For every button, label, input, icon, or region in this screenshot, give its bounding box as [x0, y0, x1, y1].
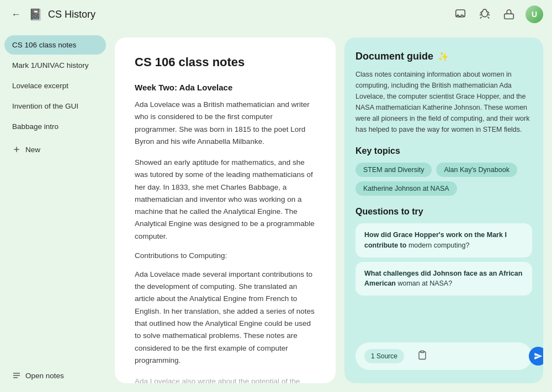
sidebar-item-mark1[interactable]: Mark 1/UNIVAC history	[4, 56, 106, 75]
new-label: New	[25, 146, 40, 154]
svg-line-3	[480, 17, 482, 19]
main-layout: CS 106 class notes Mark 1/UNIVAC history…	[0, 29, 552, 392]
svg-rect-11	[421, 351, 424, 353]
topics-row: STEM and Diversity Alan Kay's Dynabook K…	[355, 163, 532, 196]
guide-title-text: Document guide	[355, 51, 433, 62]
sidebar: CS 106 class notes Mark 1/UNIVAC history…	[0, 29, 110, 392]
input-bar: 1 Source	[355, 342, 532, 370]
topbar-left: ← 📓 CS History	[9, 7, 95, 23]
questions-section: How did Grace Hopper's work on the Mark …	[355, 223, 532, 300]
doc-para-1: Ada Lovelace was a British mathematician…	[135, 99, 316, 148]
chat-icon[interactable]	[453, 7, 468, 22]
user-avatar[interactable]: U	[526, 6, 543, 23]
content-area: CS 106 class notes Week Two: Ada Lovelac…	[110, 29, 552, 392]
share-icon[interactable]	[501, 7, 517, 22]
topic-chip-dynabook[interactable]: Alan Kay's Dynabook	[436, 163, 517, 177]
question-1-rest: modern computing?	[408, 241, 469, 249]
send-button[interactable]	[529, 347, 543, 366]
svg-line-4	[488, 17, 490, 19]
doc-para-2: Showed an early aptitude for mathematics…	[135, 157, 316, 243]
open-notes-button[interactable]: Open notes	[4, 366, 106, 385]
svg-rect-5	[505, 14, 514, 19]
doc-para-4: Ada Lovelace also wrote about the potent…	[135, 375, 316, 383]
doc-para-3: Ada Lovelace made several important cont…	[135, 269, 316, 367]
question-card-2[interactable]: What challenges did Johnson face as an A…	[355, 262, 532, 296]
document-panel: CS 106 class notes Week Two: Ada Lovelac…	[115, 37, 336, 383]
source-chip[interactable]: 1 Source	[364, 349, 404, 363]
sidebar-item-cs106[interactable]: CS 106 class notes	[4, 35, 106, 55]
sidebar-item-lovelace[interactable]: Lovelace excerpt	[4, 76, 106, 95]
topbar-right: U	[453, 6, 543, 23]
back-button[interactable]: ←	[9, 7, 23, 23]
topic-chip-katherine[interactable]: Katherine Johnson at NASA	[355, 181, 457, 196]
app-title: CS History	[48, 9, 95, 20]
guide-description: Class notes containing information about…	[355, 69, 532, 135]
question-card-1[interactable]: How did Grace Hopper's work on the Mark …	[355, 223, 532, 257]
question-2-rest: woman at NASA?	[397, 280, 452, 287]
guide-panel: Document guide ✨ Class notes containing …	[344, 37, 543, 383]
key-topics-heading: Key topics	[355, 146, 532, 156]
doc-contributions-heading: Contributions to Computing:	[135, 251, 316, 260]
new-note-button[interactable]: New	[4, 139, 106, 159]
topbar: ← 📓 CS History U	[0, 0, 552, 29]
week-heading: Week Two: Ada Lovelace	[135, 83, 316, 92]
document-title: CS 106 class notes	[135, 55, 316, 69]
guide-title: Document guide ✨	[355, 51, 532, 62]
topic-chip-stem[interactable]: STEM and Diversity	[355, 163, 432, 177]
sidebar-item-gui[interactable]: Invention of the GUI	[4, 96, 106, 116]
questions-heading: Questions to try	[355, 207, 532, 217]
bug-icon[interactable]	[477, 7, 492, 22]
open-notes-label: Open notes	[25, 372, 64, 380]
sidebar-item-babbage[interactable]: Babbage intro	[4, 117, 106, 136]
chat-input[interactable]	[432, 352, 524, 361]
sparkle-icon: ✨	[438, 51, 449, 62]
notebook-icon: 📓	[29, 8, 43, 21]
clipboard-icon[interactable]	[417, 350, 427, 362]
